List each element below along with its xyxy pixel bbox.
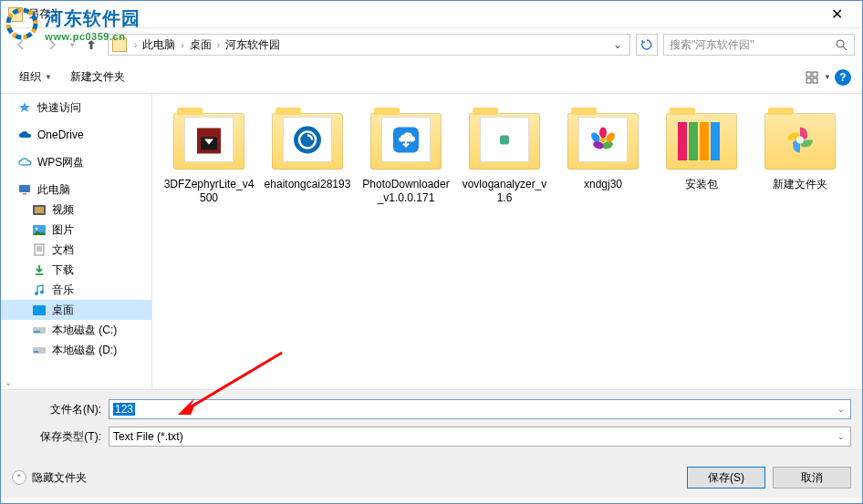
dropdown-icon[interactable]: ⌄ bbox=[834, 402, 848, 417]
svg-rect-9 bbox=[23, 193, 26, 195]
svg-rect-5 bbox=[813, 72, 817, 77]
view-options-button[interactable]: ▼ bbox=[806, 67, 831, 88]
disk-icon bbox=[32, 323, 47, 337]
chevron-right-icon: › bbox=[181, 40, 183, 50]
sidebar-this-pc[interactable]: 此电脑 bbox=[1, 180, 151, 200]
thumb-icon bbox=[498, 134, 511, 149]
svg-rect-39 bbox=[689, 122, 698, 160]
pc-icon bbox=[17, 182, 32, 197]
cloud-icon bbox=[17, 155, 32, 170]
sidebar-downloads[interactable]: 下载 bbox=[1, 260, 151, 280]
sidebar-quick-access[interactable]: 快速访问 bbox=[1, 98, 151, 118]
refresh-button[interactable] bbox=[636, 34, 658, 56]
filetype-select[interactable]: Text File (*.txt) ⌄ bbox=[109, 427, 851, 447]
folder-item[interactable]: xndgj30 bbox=[554, 105, 652, 209]
svg-point-19 bbox=[35, 292, 38, 295]
svg-rect-25 bbox=[34, 351, 38, 353]
save-button[interactable]: 保存(S) bbox=[687, 467, 765, 489]
folder-item[interactable]: 3DFZephyrLite_v4500 bbox=[160, 105, 258, 209]
svg-rect-23 bbox=[34, 331, 40, 333]
folder-label: 3DFZephyrLite_v4500 bbox=[163, 178, 255, 205]
search-input[interactable]: 搜索"河东软件园" bbox=[663, 34, 855, 56]
cancel-button[interactable]: 取消 bbox=[773, 467, 851, 489]
breadcrumb-item[interactable]: 河东软件园 bbox=[224, 37, 282, 53]
breadcrumb-dropdown[interactable]: ⌄ bbox=[609, 38, 626, 51]
star-icon bbox=[17, 100, 32, 115]
thumb-icon bbox=[782, 122, 818, 161]
svg-rect-21 bbox=[33, 305, 46, 315]
folder-label: vovloganalyzer_v1.6 bbox=[459, 178, 550, 205]
nav-forward-button[interactable] bbox=[39, 32, 65, 57]
folder-label: xndgj30 bbox=[584, 178, 622, 191]
hide-folders-toggle[interactable]: ⌃ 隐藏文件夹 bbox=[12, 470, 87, 486]
svg-rect-38 bbox=[678, 122, 687, 160]
chevron-right-icon: › bbox=[217, 40, 220, 50]
sidebar-pictures[interactable]: 图片 bbox=[1, 220, 151, 240]
svg-point-13 bbox=[36, 227, 38, 230]
filename-input[interactable]: 123 ⌄ bbox=[109, 399, 851, 419]
cloud-icon bbox=[17, 128, 32, 142]
organize-button[interactable]: 组织 ▼ bbox=[12, 66, 59, 88]
svg-point-42 bbox=[796, 137, 804, 144]
sidebar-music[interactable]: 音乐 bbox=[1, 280, 151, 300]
titlebar: 另存为 ✕ bbox=[1, 1, 862, 28]
breadcrumb-item[interactable]: 桌面 bbox=[188, 37, 213, 53]
scroll-down-icon[interactable]: ⌄ bbox=[5, 377, 12, 387]
help-button[interactable]: ? bbox=[835, 69, 851, 86]
svg-rect-11 bbox=[35, 207, 44, 213]
filename-value: 123 bbox=[113, 403, 135, 416]
caret-down-icon: ▼ bbox=[45, 73, 52, 81]
breadcrumb-item[interactable]: 此电脑 bbox=[140, 37, 177, 53]
documents-icon bbox=[32, 242, 47, 257]
svg-rect-7 bbox=[813, 78, 817, 83]
filetype-label: 保存类型(T): bbox=[12, 429, 109, 445]
disk-icon bbox=[32, 343, 47, 357]
svg-point-2 bbox=[837, 40, 844, 47]
sidebar-disk-c[interactable]: 本地磁盘 (C:) bbox=[1, 320, 151, 340]
chevron-right-icon: › bbox=[134, 40, 137, 50]
close-button[interactable]: ✕ bbox=[818, 2, 855, 27]
search-placeholder: 搜索"河东软件园" bbox=[670, 37, 834, 53]
sidebar-onedrive[interactable]: OneDrive bbox=[1, 125, 151, 145]
nav-back-button[interactable] bbox=[8, 32, 34, 57]
svg-line-3 bbox=[843, 46, 847, 50]
svg-rect-31 bbox=[500, 136, 509, 145]
toolbar: 组织 ▼ 新建文件夹 ▼ ? bbox=[1, 61, 862, 94]
folder-item[interactable]: vovloganalyzer_v1.6 bbox=[455, 105, 554, 209]
sidebar-videos[interactable]: 视频 bbox=[1, 200, 151, 220]
sidebar: 快速访问 OneDrive WPS网盘 此电脑 视频 图片 文档 bbox=[1, 94, 152, 389]
folder-label: 安装包 bbox=[685, 178, 718, 191]
dialog-footer: ⌃ 隐藏文件夹 保存(S) 取消 bbox=[1, 461, 862, 498]
dropdown-icon[interactable]: ⌄ bbox=[834, 429, 848, 444]
file-grid[interactable]: 3DFZephyrLite_v4500 ehaitongcai28193 Pho… bbox=[152, 94, 862, 389]
breadcrumb[interactable]: › 此电脑 › 桌面 › 河东软件园 ⌄ bbox=[108, 34, 630, 56]
video-icon bbox=[32, 202, 47, 217]
svg-rect-6 bbox=[806, 78, 811, 83]
sidebar-disk-d[interactable]: 本地磁盘 (D:) bbox=[1, 340, 151, 360]
folder-item[interactable]: 安装包 bbox=[652, 105, 751, 209]
sidebar-desktop[interactable]: 桌面 bbox=[1, 300, 151, 320]
nav-recent-caret[interactable]: ▾ bbox=[70, 40, 75, 49]
svg-rect-8 bbox=[19, 185, 30, 192]
folder-label: ehaitongcai28193 bbox=[265, 178, 351, 191]
window-icon bbox=[8, 7, 23, 22]
thumb-icon bbox=[589, 127, 617, 157]
filetype-value: Text File (*.txt) bbox=[113, 430, 183, 443]
svg-rect-4 bbox=[806, 72, 811, 77]
folder-icon bbox=[112, 37, 127, 52]
svg-point-33 bbox=[599, 128, 607, 139]
svg-point-20 bbox=[40, 290, 44, 293]
pictures-icon bbox=[32, 222, 47, 237]
navbar: ▾ › 此电脑 › 桌面 › 河东软件园 ⌄ 搜索"河东软件园" bbox=[1, 28, 862, 61]
sidebar-documents[interactable]: 文档 bbox=[1, 240, 151, 260]
folder-item[interactable]: 新建文件夹 bbox=[751, 105, 849, 209]
svg-rect-41 bbox=[711, 122, 720, 160]
folder-item[interactable]: ehaitongcai28193 bbox=[258, 105, 357, 209]
window-title: 另存为 bbox=[28, 6, 818, 22]
folder-item[interactable]: PhotoDownloader_v1.0.0.171 bbox=[357, 105, 455, 209]
sidebar-wps[interactable]: WPS网盘 bbox=[1, 152, 151, 172]
music-icon bbox=[32, 283, 47, 297]
save-fields: 文件名(N): 123 ⌄ 保存类型(T): Text File (*.txt)… bbox=[1, 389, 862, 461]
new-folder-button[interactable]: 新建文件夹 bbox=[63, 66, 132, 88]
nav-up-button[interactable] bbox=[80, 34, 102, 56]
